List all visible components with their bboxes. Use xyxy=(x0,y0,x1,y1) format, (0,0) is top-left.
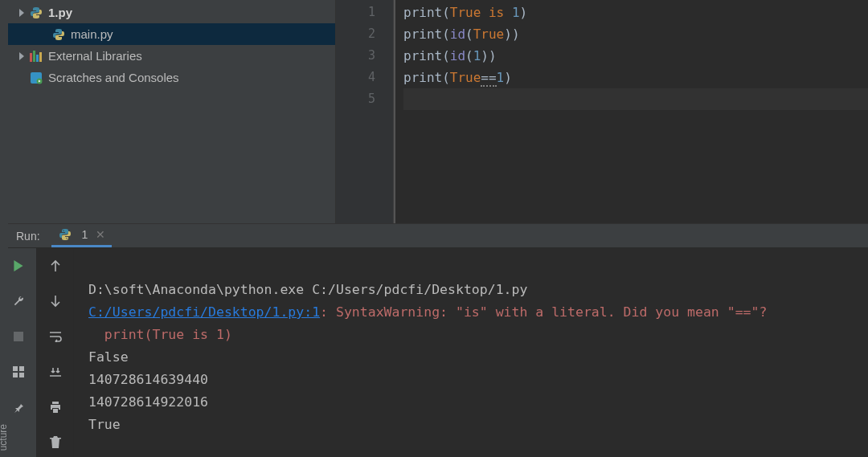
code-line[interactable]: print(True is 1) xyxy=(403,2,868,23)
tree-item-label: 1.py xyxy=(48,6,72,19)
chevron-right-icon[interactable] xyxy=(14,49,29,63)
project-tree[interactable]: 1.pymain.pyExternal LibrariesScratches a… xyxy=(0,0,336,223)
python-file-icon xyxy=(51,28,66,41)
layout-button[interactable] xyxy=(9,362,28,382)
svg-rect-9 xyxy=(13,373,18,377)
code-line[interactable]: print(id(1)) xyxy=(403,45,868,67)
trash-button[interactable] xyxy=(46,433,65,452)
svg-rect-7 xyxy=(13,366,18,371)
line-number[interactable]: 5 xyxy=(336,88,375,110)
pin-button[interactable] xyxy=(9,398,28,417)
scroll-to-end-button[interactable] xyxy=(46,362,65,382)
line-number[interactable]: 3 xyxy=(336,45,375,67)
run-panel: Run: 1 ✕ xyxy=(0,223,868,457)
code-line[interactable]: print(id(True)) xyxy=(403,23,868,45)
close-icon[interactable]: ✕ xyxy=(96,228,105,241)
tree-item-main-py[interactable]: main.py xyxy=(0,23,335,45)
chevron-right-icon[interactable] xyxy=(14,71,29,85)
print-button[interactable] xyxy=(46,398,65,417)
console-warn-prefix: : xyxy=(320,304,336,320)
left-tool-strip: ucture xyxy=(0,0,8,457)
python-file-icon xyxy=(29,6,43,19)
editor-gutter: 12345 xyxy=(336,0,394,223)
console-out-3: 140728614922016 xyxy=(88,394,208,410)
console-warn-code: print(True is 1) xyxy=(88,327,232,342)
tree-item-scratches-and-consoles[interactable]: Scratches and Consoles xyxy=(0,67,335,88)
line-number[interactable]: 4 xyxy=(336,67,375,88)
svg-rect-8 xyxy=(19,366,24,371)
editor-code-area[interactable]: print(True is 1)print(id(True))print(id(… xyxy=(394,0,868,223)
run-tab-label: 1 xyxy=(82,228,88,241)
console-out-1: False xyxy=(88,349,129,365)
down-arrow-button[interactable] xyxy=(46,292,65,311)
run-tab[interactable]: 1 ✕ xyxy=(51,224,113,247)
code-line[interactable] xyxy=(403,88,868,110)
console-out-2: 140728614639440 xyxy=(88,372,208,387)
tree-item-external-libraries[interactable]: External Libraries xyxy=(0,45,335,67)
svg-rect-0 xyxy=(30,53,32,62)
console-link[interactable]: C:/Users/pdcfi/Desktop/1.py:1 xyxy=(88,304,320,320)
rerun-button[interactable] xyxy=(9,256,28,275)
console-out-4: True xyxy=(88,417,121,432)
wrench-button[interactable] xyxy=(9,292,28,311)
svg-rect-6 xyxy=(14,332,23,341)
soft-wrap-button[interactable] xyxy=(46,327,65,346)
run-header: Run: 1 ✕ xyxy=(0,224,868,248)
tree-item-label: External Libraries xyxy=(48,49,142,63)
code-editor[interactable]: 12345 print(True is 1)print(id(True))pri… xyxy=(336,0,868,223)
tree-item-label: Scratches and Consoles xyxy=(48,71,179,84)
line-number[interactable]: 2 xyxy=(336,23,375,45)
console-cmd: D:\soft\Anaconda\python.exe C:/Users/pdc… xyxy=(88,282,527,297)
chevron-right-icon[interactable] xyxy=(14,6,29,20)
chevron-right-icon[interactable] xyxy=(37,27,51,42)
up-arrow-button[interactable] xyxy=(46,256,65,275)
python-icon xyxy=(58,228,72,241)
run-label: Run: xyxy=(16,230,40,243)
svg-rect-10 xyxy=(19,373,24,377)
console-warn-msg: SyntaxWarning: "is" with a literal. Did … xyxy=(336,304,767,320)
side-tab-structure[interactable]: ucture xyxy=(0,424,9,451)
line-number[interactable]: 1 xyxy=(336,2,375,23)
svg-rect-3 xyxy=(39,52,42,62)
stop-button[interactable] xyxy=(9,327,28,346)
code-line[interactable]: print(True==1) xyxy=(403,67,868,88)
svg-rect-2 xyxy=(36,55,39,62)
tree-item-label: main.py xyxy=(71,27,113,41)
tree-item-1-py[interactable]: 1.py xyxy=(0,2,335,23)
library-icon xyxy=(29,50,43,63)
scratches-icon xyxy=(29,71,43,84)
svg-rect-1 xyxy=(33,51,35,62)
run-toolbar-secondary xyxy=(37,248,74,457)
console-output[interactable]: D:\soft\Anaconda\python.exe C:/Users/pdc… xyxy=(74,248,868,457)
